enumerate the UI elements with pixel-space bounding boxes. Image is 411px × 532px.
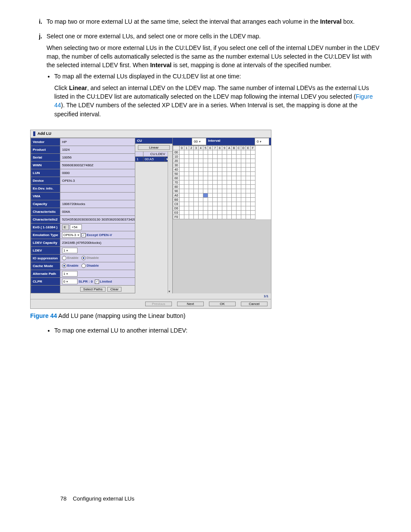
grid-cell[interactable] [227, 210, 232, 215]
grid-cell[interactable] [189, 154, 194, 159]
io-disable-radio[interactable] [81, 256, 86, 260]
grid-cell[interactable] [213, 189, 218, 193]
grid-cell[interactable] [184, 215, 189, 219]
grid-cell[interactable] [194, 150, 199, 154]
grid-cell[interactable] [218, 176, 222, 180]
grid-cell[interactable] [189, 163, 194, 167]
grid-cell[interactable] [184, 163, 189, 167]
grid-cell[interactable] [213, 171, 218, 176]
grid-cell[interactable] [241, 197, 246, 202]
grid-cell[interactable] [194, 163, 199, 167]
grid-cell[interactable] [203, 206, 208, 210]
grid-cell[interactable] [246, 167, 251, 171]
grid-cell[interactable] [208, 154, 213, 159]
grid-cell[interactable] [189, 189, 194, 193]
grid-cell[interactable] [251, 180, 255, 184]
grid-cell[interactable] [246, 210, 251, 215]
grid-cell[interactable] [222, 159, 227, 163]
grid-cell[interactable] [241, 202, 246, 206]
grid-cell[interactable] [199, 210, 203, 215]
grid-cell[interactable] [241, 206, 246, 210]
grid-cell[interactable] [251, 171, 255, 176]
grid-cell[interactable] [241, 167, 246, 171]
grid-cell[interactable] [194, 193, 199, 197]
grid-cell[interactable] [194, 184, 199, 189]
grid-cell[interactable] [199, 193, 203, 197]
grid-cell[interactable] [184, 184, 189, 189]
grid-cell[interactable] [232, 180, 237, 184]
grid-cell[interactable] [199, 167, 203, 171]
grid-cell[interactable] [203, 180, 208, 184]
grid-cell[interactable] [199, 184, 203, 189]
grid-cell[interactable] [189, 176, 194, 180]
cu-select[interactable]: 00 [192, 138, 206, 145]
grid-cell[interactable] [218, 150, 222, 154]
grid-cell[interactable] [222, 154, 227, 159]
grid-cell[interactable] [180, 189, 184, 193]
grid-cell[interactable] [184, 197, 189, 202]
grid-cell[interactable] [222, 150, 227, 154]
grid-cell[interactable] [237, 197, 241, 202]
grid-cell[interactable] [227, 176, 232, 180]
grid-cell[interactable] [194, 176, 199, 180]
grid-cell[interactable] [189, 159, 194, 163]
grid-cell[interactable] [218, 171, 222, 176]
grid-cell[interactable] [227, 193, 232, 197]
ldev-map-grid[interactable]: 0123456789ABCDEF00102030405060708090A0B0… [173, 146, 255, 219]
previous-button[interactable]: Previous [145, 302, 172, 306]
grid-cell[interactable] [213, 180, 218, 184]
grid-cell[interactable] [222, 215, 227, 219]
grid-cell[interactable] [222, 193, 227, 197]
grid-cell[interactable] [218, 184, 222, 189]
grid-cell[interactable] [208, 197, 213, 202]
grid-cell[interactable] [199, 171, 203, 176]
grid-cell[interactable] [246, 150, 251, 154]
grid-cell[interactable] [241, 171, 246, 176]
grid-cell[interactable] [241, 215, 246, 219]
grid-cell[interactable] [218, 189, 222, 193]
grid-cell[interactable] [203, 210, 208, 215]
grid-cell[interactable] [194, 210, 199, 215]
grid-cell[interactable] [246, 193, 251, 197]
grid-cell[interactable] [237, 202, 241, 206]
grid-cell[interactable] [213, 210, 218, 215]
clpr-select[interactable]: 0 [62, 279, 78, 284]
grid-cell[interactable] [246, 189, 251, 193]
grid-cell[interactable] [208, 215, 213, 219]
grid-cell[interactable] [227, 171, 232, 176]
grid-cell[interactable] [213, 150, 218, 154]
grid-cell[interactable] [194, 159, 199, 163]
grid-cell[interactable] [189, 167, 194, 171]
grid-cell[interactable] [241, 154, 246, 159]
grid-cell[interactable] [218, 163, 222, 167]
grid-cell[interactable] [213, 167, 218, 171]
grid-cell[interactable] [237, 150, 241, 154]
grid-cell[interactable] [180, 176, 184, 180]
grid-cell[interactable] [237, 167, 241, 171]
grid-cell[interactable] [251, 154, 255, 159]
grid-cell[interactable] [251, 206, 255, 210]
grid-cell[interactable] [246, 176, 251, 180]
grid-cell[interactable] [199, 163, 203, 167]
grid-cell[interactable] [199, 180, 203, 184]
grid-cell[interactable] [184, 176, 189, 180]
grid-cell[interactable] [213, 202, 218, 206]
grid-cell[interactable] [241, 184, 246, 189]
grid-cell[interactable] [246, 159, 251, 163]
grid-cell[interactable] [222, 189, 227, 193]
grid-cell[interactable] [194, 154, 199, 159]
grid-cell[interactable] [232, 193, 237, 197]
grid-cell[interactable] [208, 206, 213, 210]
grid-cell[interactable] [251, 210, 255, 215]
grid-cell[interactable] [208, 167, 213, 171]
grid-cell[interactable] [218, 167, 222, 171]
grid-cell[interactable] [180, 206, 184, 210]
grid-cell[interactable] [251, 159, 255, 163]
next-button[interactable]: Next [177, 302, 204, 306]
grid-cell[interactable] [237, 193, 241, 197]
interval-select[interactable]: 0 [255, 138, 269, 145]
grid-cell[interactable] [189, 202, 194, 206]
grid-cell[interactable] [227, 202, 232, 206]
grid-cell[interactable] [241, 159, 246, 163]
grid-cell[interactable] [237, 180, 241, 184]
